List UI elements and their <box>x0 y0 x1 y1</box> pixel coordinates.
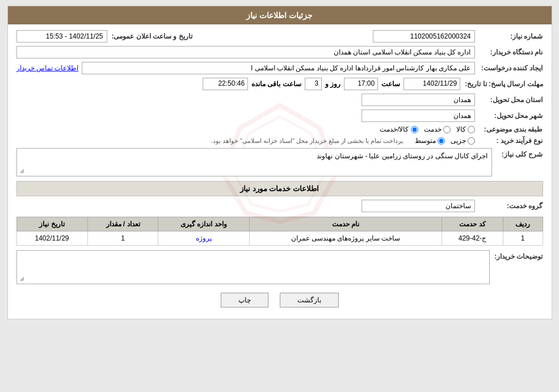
requester-value: علی مکاری بهار کارشناس امور قراردادها اد… <box>82 62 474 74</box>
cell-service-name: ساخت سایر پروژه‌های مهندسی عمران <box>249 231 442 246</box>
page-header: جزئیات اطلاعات نیاز <box>8 6 552 24</box>
table-body: 1 ج-42-429 ساخت سایر پروژه‌های مهندسی عم… <box>16 231 543 246</box>
buyer-org-row: نام دستگاه خریدار: اداره کل بنیاد مسکن ا… <box>16 46 543 58</box>
subject-category-radios: کالا خدمت کالا/خدمت <box>380 125 474 133</box>
procurement-radio-jozi-label: جزیی <box>451 137 466 145</box>
need-description-box: اجرای کانال سنگی در روستای زرامین علیا -… <box>16 148 492 176</box>
subject-radio-kala-khedmat-label: کالا/خدمت <box>380 125 409 133</box>
subject-category-label: طبقه بندی موضوعی: <box>475 125 543 133</box>
table-header-row: ردیف کد حدمت نام حدمت واحد اندازه گیری ت… <box>16 217 543 231</box>
delivery-province-row: استان محل تحویل: همدان <box>16 94 543 106</box>
announcement-label: تاریخ و ساعت اعلان عمومی: <box>107 32 192 40</box>
back-button[interactable]: بازگشت <box>280 293 339 307</box>
procurement-radio-jozi-input[interactable] <box>468 137 475 145</box>
button-row: بازگشت چاپ <box>16 293 543 307</box>
remaining-label-text: ساعت باقی مانده <box>251 80 301 88</box>
deadline-row: مهلت ارسال پاسخ: تا تاریخ: 1402/11/29 سا… <box>16 78 543 90</box>
col-quantity: تعداد / مقدار <box>87 217 158 231</box>
days-label: روز و <box>325 80 341 88</box>
service-group-value: ساختمان <box>362 200 475 212</box>
main-container: AnaRender .net جزئیات اطلاعات نیاز شماره… <box>7 6 552 319</box>
procurement-radio-motavaset-label: متوسط <box>415 137 436 145</box>
contact-info-link[interactable]: اطلاعات تماس خریدار <box>16 64 79 72</box>
procurement-type-radios: جزیی متوسط پرداخت تمام یا بخشی از مبلغ خ… <box>211 137 475 145</box>
col-row-num: ردیف <box>503 217 543 231</box>
services-table-container: ردیف کد حدمت نام حدمت واحد اندازه گیری ت… <box>16 217 543 246</box>
cell-quantity: 1 <box>87 231 158 246</box>
deadline-days-value: 3 <box>305 78 322 90</box>
subject-radio-khedmat-input[interactable] <box>443 126 451 133</box>
content-area: شماره نیاز: 1102005162000324 تاریخ و ساع… <box>8 24 552 319</box>
subject-radio-khedmat-label: خدمت <box>424 125 442 133</box>
buyer-org-label: نام دستگاه خریدار: <box>475 48 543 56</box>
service-group-label: گروه خدمت: <box>475 202 543 210</box>
deadline-date-value: 1402/11/29 <box>404 78 460 90</box>
procurement-radio-jozi: جزیی <box>451 137 475 145</box>
requester-row: ایجاد کننده درخواست: علی مکاری بهار کارش… <box>16 62 543 74</box>
service-info-title: اطلاعات خدمات مورد نیاز <box>240 184 319 193</box>
delivery-city-value: همدان <box>362 109 475 122</box>
need-description-label: شرح کلی نیاز: <box>492 148 543 158</box>
col-service-name: نام حدمت <box>249 217 442 231</box>
delivery-city-row: شهر محل تحویل: همدان <box>16 109 543 122</box>
table-row: 1 ج-42-429 ساخت سایر پروژه‌های مهندسی عم… <box>16 231 543 246</box>
buyer-desc-row: توضیحات خریدار: <box>16 250 543 284</box>
requester-label: ایجاد کننده درخواست: <box>475 64 543 72</box>
procurement-radio-motavaset-input[interactable] <box>438 137 445 145</box>
cell-unit: پروژه <box>158 231 249 246</box>
remaining-time-value: 22:50:46 <box>203 78 248 90</box>
cell-service-code: ج-42-429 <box>442 231 503 246</box>
need-number-label: شماره نیاز: <box>475 32 543 40</box>
subject-radio-kala-input[interactable] <box>468 126 475 133</box>
service-info-header: اطلاعات خدمات مورد نیاز <box>16 181 543 196</box>
table-head: ردیف کد حدمت نام حدمت واحد اندازه گیری ت… <box>16 217 543 231</box>
subject-category-row: طبقه بندی موضوعی: کالا خدمت کالا/خدمت <box>16 125 543 133</box>
need-number-row: شماره نیاز: 1102005162000324 تاریخ و ساع… <box>16 30 543 43</box>
deadline-time-value: 17:00 <box>344 78 378 90</box>
need-description-text: اجرای کانال سنگی در روستای زرامین علیا -… <box>317 152 487 160</box>
buyer-desc-box <box>16 250 490 284</box>
subject-radio-kala: کالا <box>456 125 475 133</box>
subject-radio-kala-khedmat-input[interactable] <box>411 126 418 133</box>
cell-row-num: 1 <box>503 231 543 246</box>
procurement-type-row: نوع فرآیند خرید : جزیی متوسط پرداخت تمام… <box>16 137 543 145</box>
buyer-desc-resize-icon <box>18 276 25 283</box>
page-title: جزئیات اطلاعات نیاز <box>246 11 313 20</box>
col-service-code: کد حدمت <box>442 217 503 231</box>
service-group-row: گروه خدمت: ساختمان <box>16 200 543 212</box>
procurement-radio-motavaset: متوسط <box>415 137 445 145</box>
col-unit: واحد اندازه گیری <box>158 217 249 231</box>
cell-need-date: 1402/11/29 <box>16 231 87 246</box>
deadline-label: مهلت ارسال پاسخ: تا تاریخ: <box>460 80 543 88</box>
subject-radio-khedmat: خدمت <box>424 125 451 133</box>
print-button[interactable]: چاپ <box>221 293 268 307</box>
delivery-city-label: شهر محل تحویل: <box>475 112 543 120</box>
subject-radio-kala-khedmat: کالا/خدمت <box>380 125 418 133</box>
buyer-org-value: اداره کل بنیاد مسکن انقلاب اسلامی استان … <box>16 46 475 58</box>
procurement-notice-text: پرداخت تمام یا بخشی از مبلغ خریداز محل "… <box>211 137 404 145</box>
need-number-value: 1102005162000324 <box>373 30 475 43</box>
services-table: ردیف کد حدمت نام حدمت واحد اندازه گیری ت… <box>16 217 543 246</box>
need-description-row: شرح کلی نیاز: اجرای کانال سنگی در روستای… <box>16 148 543 176</box>
delivery-province-value: همدان <box>362 94 475 106</box>
subject-radio-kala-label: کالا <box>456 125 466 133</box>
procurement-type-label: نوع فرآیند خرید : <box>475 137 543 145</box>
time-label: ساعت <box>381 80 400 88</box>
buyer-desc-label: توضیحات خریدار: <box>490 250 543 260</box>
delivery-province-label: استان محل تحویل: <box>475 96 543 104</box>
resize-icon <box>18 168 25 175</box>
announcement-datetime-value: 1402/11/25 - 15:53 <box>16 30 107 43</box>
col-need-date: تاریخ نیاز <box>16 217 87 231</box>
